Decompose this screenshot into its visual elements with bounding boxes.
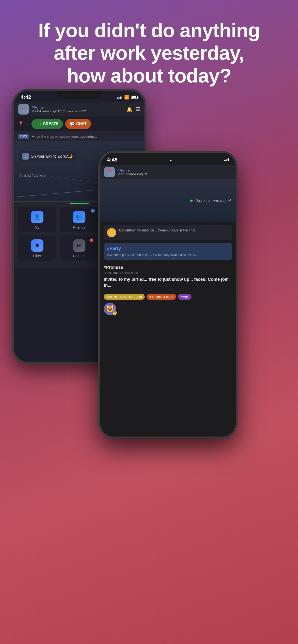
filter-label: Filter	[33, 254, 41, 258]
pf-promise-card[interactable]: #Promise Appointment instructions Invite…	[104, 262, 232, 291]
pf-app-logo: 📍	[104, 167, 115, 177]
phone-front: 4:49 ▲ 📍 #Home Via Edgardo Fogli 9...	[98, 151, 238, 438]
pf-status-icons	[224, 158, 229, 161]
pb-signal-icon	[117, 96, 122, 99]
phone-front-screen: 4:49 ▲ 📍 #Home Via Edgardo Fogli 9...	[100, 153, 236, 436]
pb-location-btn[interactable]: 📍	[18, 121, 24, 127]
contact-label: Contact	[73, 254, 85, 258]
friends-badge: 1	[91, 209, 95, 212]
menu-item-my[interactable]: 👤 My	[18, 207, 56, 232]
pf-appointment-bubble: ⚡ Appointment to meet co... Communicate …	[104, 225, 232, 240]
create-plus-icon: +	[36, 122, 38, 126]
map-menu-text: There's a map menu!	[195, 198, 231, 203]
headline: If you didn't do anything after work yes…	[14, 19, 284, 87]
headline-line1: If you didn't do anything	[38, 20, 260, 41]
pf-appt-icon: ⚡	[107, 228, 116, 237]
pf-header-text: #Home Via Edgardo Fogli 9...	[117, 168, 232, 176]
cat-avatar: 🐱 👑	[104, 302, 116, 315]
my-label: My	[35, 225, 40, 229]
pf-address: Via Edgardo Fogli 9...	[117, 172, 232, 176]
map-menu-hint: There's a map menu!	[190, 198, 231, 203]
promise-subtitle: Appointment instructions	[104, 271, 232, 274]
pb-tips-bar: TIPS Move the map to update your appoint…	[14, 131, 144, 141]
promise-text: Invited to my birthd... free to just sho…	[104, 276, 232, 288]
menu-item-filter[interactable]: ≡ Filter	[18, 236, 56, 261]
map-green-dot	[190, 200, 193, 202]
menu-item-contact[interactable]: ✉ Contact 1	[60, 236, 98, 261]
tips-text: Move the map to update your appointm...	[32, 134, 97, 138]
friends-label: Friends	[73, 225, 85, 229]
map-label-pescheria-2: Via della Pescheria	[19, 174, 45, 177]
green-indicator	[70, 203, 89, 204]
pb-battery-icon	[131, 96, 138, 99]
pf-header: 📍 #Home Via Edgardo Fogli 9...	[100, 165, 236, 179]
pf-content-area: ⚡ Appointment to meet co... Communicate …	[100, 222, 236, 318]
headline-line2: after work yesterday,	[54, 42, 244, 64]
pf-party-card[interactable]: #Party #Clobbering #Guest house par... #…	[104, 243, 232, 260]
create-button[interactable]: + + CREATE	[32, 119, 63, 129]
contact-icon: ✉	[73, 239, 85, 252]
chat-icon: 💬	[70, 121, 75, 126]
pb-toolbar: 📍 ≡ + + CREATE 💬 CHAT	[14, 116, 144, 131]
pb-status-icons: 📶	[117, 95, 138, 100]
menu-item-friends[interactable]: 👥 Friends 1	[60, 207, 98, 232]
pf-tag-row: #20, 30, 40, 50, 60`s Join #4 hours or m…	[104, 294, 232, 300]
pf-appt-text: Appointment to meet co... Communicate in…	[118, 228, 196, 233]
pb-bell-icon[interactable]: 🔔	[126, 106, 132, 112]
pf-map-mini[interactable]: There's a map menu!	[100, 179, 236, 222]
pf-signal-icon	[224, 158, 229, 161]
contact-badge: 1	[89, 238, 93, 242]
tips-badge: TIPS	[18, 134, 29, 139]
pb-app-logo: 📍	[18, 104, 29, 114]
filter-icon: ≡	[31, 239, 43, 252]
on-way-bubble: 📍 On your way to work?🌙	[19, 151, 76, 162]
pb-header-icons: 🔔 ☰	[126, 106, 140, 112]
chat-button[interactable]: 💬 CHAT	[65, 119, 91, 129]
pb-address: Via Edgardo Fogli 97, Comacchio 4402	[32, 110, 99, 113]
crown-icon: 👑	[112, 311, 117, 316]
on-way-icon: 📍	[22, 153, 29, 160]
my-icon: 👤	[31, 211, 43, 223]
phone-back-notch	[58, 90, 101, 99]
party-tags: #Clobbering #Guest house par... #Wine pa…	[107, 252, 229, 257]
create-label: + CREATE	[40, 122, 58, 126]
tag-age-join[interactable]: #20, 30, 40, 50, 60`s Join	[104, 294, 145, 300]
tag-hours[interactable]: #4 hours or more	[146, 294, 176, 300]
pb-filter-btn[interactable]: ≡	[26, 121, 29, 127]
phone-front-notch	[149, 153, 187, 160]
pb-header: 📍 #Home Via Edgardo Fogli 97, Comacchio …	[14, 102, 144, 116]
pb-home-tag: #Home	[32, 106, 123, 110]
headline-line3: how about today?	[67, 65, 231, 86]
pb-wifi-icon: 📶	[124, 95, 129, 100]
pb-time: 4:42	[21, 94, 31, 100]
chat-label: CHAT	[76, 122, 87, 126]
pb-menu-icon[interactable]: ☰	[136, 106, 140, 112]
pf-time: 4:49	[107, 157, 117, 163]
friends-icon: 👥	[73, 211, 85, 223]
tag-max[interactable]: #Max	[178, 294, 192, 300]
party-title: #Party	[107, 246, 229, 251]
pf-home-tag: #Home	[117, 168, 232, 172]
on-way-text: On your way to work?🌙	[31, 154, 73, 158]
pb-header-text: #Home Via Edgardo Fogli 97, Comacchio 44…	[32, 106, 123, 113]
promise-title: #Promise	[104, 265, 232, 270]
